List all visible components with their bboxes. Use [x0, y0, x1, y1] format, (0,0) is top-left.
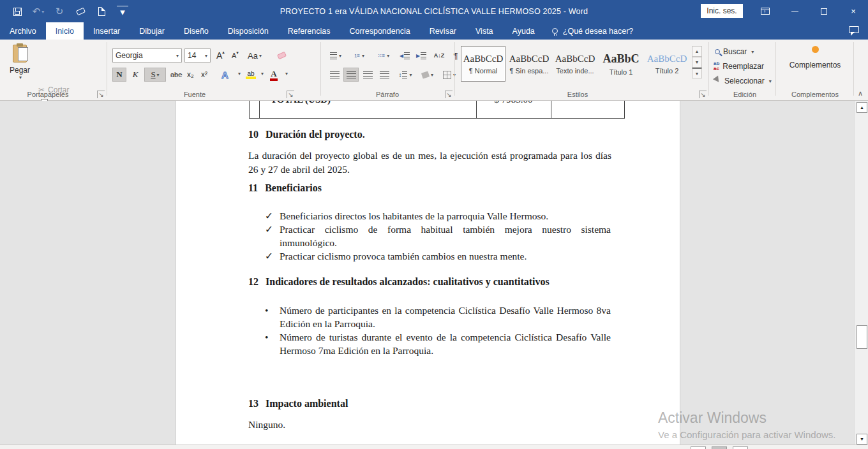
strikethrough-button[interactable]: abe — [168, 68, 184, 82]
styles-dialog-launcher[interactable]: ↘ — [699, 91, 707, 98]
tab-correspondencia[interactable]: Correspondencia — [340, 22, 419, 40]
window-controls: × — [751, 0, 868, 22]
style-texto-independiente[interactable]: AaBbCcD Texto inde... — [553, 46, 597, 82]
increase-indent-button[interactable]: ▸ — [414, 48, 429, 63]
scrollbar-thumb[interactable] — [857, 325, 867, 349]
bold-button[interactable]: N — [112, 68, 126, 82]
borders-button[interactable]: ▾ — [440, 68, 458, 82]
scroll-down-icon[interactable]: ▼ — [857, 434, 867, 445]
ribbon-display-options-icon[interactable] — [751, 0, 780, 22]
find-button[interactable]: Buscar▾ — [715, 45, 754, 59]
paragraph-group-label: Párrafo — [352, 91, 423, 98]
font-name-combo[interactable]: Georgia▾ — [112, 48, 182, 63]
font-size-combo[interactable]: 14▾ — [184, 48, 211, 63]
superscript-button[interactable]: x² — [199, 68, 209, 82]
new-document-icon[interactable] — [96, 6, 107, 17]
font-color-button[interactable]: A — [268, 68, 280, 82]
replace-button[interactable]: abac Reemplazar — [714, 59, 764, 73]
heading-12: 12Indicadores de resultados alcanzados: … — [248, 276, 550, 288]
clear-formatting-button[interactable] — [276, 48, 288, 63]
styles-scroll-down-icon[interactable]: ▼ — [692, 57, 702, 68]
align-center-button[interactable] — [343, 68, 359, 82]
customize-quick-access-icon[interactable]: ▾ — [117, 6, 128, 17]
styles-scroll-up-icon[interactable]: ▲ — [692, 46, 702, 57]
bulletlist-indicadores: •Número de participantes en la competenc… — [265, 304, 611, 357]
minimize-icon[interactable] — [780, 0, 809, 22]
align-right-button[interactable] — [360, 68, 375, 82]
document-area: TOTAL (USD) $ 7985.00 10Duración del pro… — [0, 101, 854, 445]
budget-table: TOTAL (USD) $ 7985.00 — [249, 101, 625, 119]
italic-button[interactable]: K — [129, 68, 142, 82]
change-case-button[interactable]: Aa▾ — [246, 48, 264, 63]
tab-vista[interactable]: Vista — [466, 22, 503, 40]
table-total-value: $ 7985.00 — [476, 101, 551, 105]
style-titulo-2[interactable]: AaBbCcD Título 2 — [645, 46, 689, 82]
shading-button[interactable]: ▾ — [419, 68, 437, 82]
web-layout-icon[interactable] — [733, 446, 748, 449]
title-bar: ↶▾ ↻ ▾ PROYECTO 1 era VÁLIDA NACIONAL CI… — [0, 0, 868, 22]
vertical-scrollbar[interactable]: ▲ ▼ — [854, 101, 868, 449]
underline-button[interactable]: S▾ — [144, 68, 166, 82]
tab-insertar[interactable]: Insertar — [84, 22, 130, 40]
select-button[interactable]: Seleccionar▾ — [715, 74, 772, 88]
tab-diseno[interactable]: Diseño — [174, 22, 218, 40]
styles-more-icon[interactable]: ▼ — [692, 68, 702, 78]
tab-ayuda[interactable]: Ayuda — [503, 22, 544, 40]
align-left-button[interactable] — [327, 68, 342, 82]
line-spacing-button[interactable]: ↕▾ — [396, 68, 415, 82]
search-icon — [715, 49, 720, 54]
tab-archivo[interactable]: Archivo — [0, 22, 46, 40]
style-titulo-1[interactable]: AaBbC Título 1 — [599, 46, 643, 82]
chevron-down-icon[interactable]: ▾ — [282, 66, 290, 80]
paragraph-duracion: La duración del proyecto global es de un… — [248, 149, 611, 176]
tab-inicio[interactable]: Inicio — [46, 22, 84, 40]
print-layout-icon[interactable] — [712, 446, 727, 449]
redo-icon[interactable]: ↻ — [54, 6, 65, 17]
multilevel-list-button[interactable]: ⁙≡▾ — [374, 48, 393, 63]
clipboard-dialog-launcher[interactable]: ↘ — [97, 91, 105, 98]
sign-in-button[interactable]: Inic. ses. — [701, 4, 743, 18]
highlight-color-button[interactable]: ab — [244, 68, 258, 82]
font-dialog-launcher[interactable]: ↘ — [287, 91, 294, 98]
close-icon[interactable]: × — [839, 0, 868, 22]
style-sin-espaciado[interactable]: AaBbCcD ¶ Sin espa... — [507, 46, 551, 82]
styles-group-label: Estilos — [542, 91, 613, 98]
paragraph-dialog-launcher[interactable]: ↘ — [445, 91, 453, 98]
collapse-ribbon-icon[interactable]: ∧ — [858, 89, 863, 98]
list-item: •Número de participantes en la competenc… — [265, 304, 611, 330]
scroll-up-icon[interactable]: ▲ — [857, 102, 867, 113]
addin-dot-icon — [812, 46, 819, 53]
shrink-font-button[interactable]: A▾ — [230, 48, 241, 63]
chevron-down-icon: ▾ — [176, 53, 179, 59]
tab-dibujar[interactable]: Dibujar — [130, 22, 174, 40]
justify-button[interactable] — [377, 68, 392, 82]
read-mode-icon[interactable] — [691, 446, 706, 449]
restore-icon[interactable] — [809, 0, 839, 22]
grow-font-button[interactable]: A▴ — [214, 48, 227, 63]
document-page[interactable]: TOTAL (USD) $ 7985.00 10Duración del pro… — [176, 101, 680, 445]
style-normal[interactable]: AaBbCcD ¶ Normal — [461, 46, 505, 82]
chevron-down-icon[interactable]: ▾ — [258, 66, 266, 80]
comments-icon[interactable] — [849, 26, 859, 33]
sort-button[interactable]: A↓Z — [431, 48, 447, 63]
tab-disposicion[interactable]: Disposición — [218, 22, 278, 40]
ribbon: Pegar ▾ ✂ Cortar Copiar Copiar formato P… — [0, 40, 868, 101]
status-bar — [0, 445, 868, 449]
heading-11: 11Beneficiarios — [248, 182, 322, 194]
bullets-button[interactable]: ▾ — [327, 48, 345, 63]
addins-button[interactable]: Complementos — [780, 46, 850, 70]
paste-button[interactable]: Pegar ▾ — [6, 45, 33, 93]
numbering-button[interactable]: 1≡▾ — [350, 48, 369, 63]
tab-referencias[interactable]: Referencias — [278, 22, 340, 40]
tab-revisar[interactable]: Revisar — [420, 22, 466, 40]
tell-me-box[interactable]: ¿Qué desea hacer? — [544, 22, 641, 40]
undo-icon[interactable]: ↶▾ — [33, 6, 44, 17]
text-effects-button[interactable]: A — [220, 68, 230, 82]
eraser-icon[interactable] — [75, 6, 86, 17]
save-icon[interactable] — [11, 6, 23, 17]
table-total-label: TOTAL (USD) — [271, 101, 331, 105]
decrease-indent-button[interactable]: ◂ — [397, 48, 412, 63]
heading-13: 13Impacto ambiental — [248, 398, 348, 409]
subscript-button[interactable]: x₂ — [185, 68, 196, 82]
chevron-down-icon[interactable]: ▾ — [235, 66, 243, 80]
